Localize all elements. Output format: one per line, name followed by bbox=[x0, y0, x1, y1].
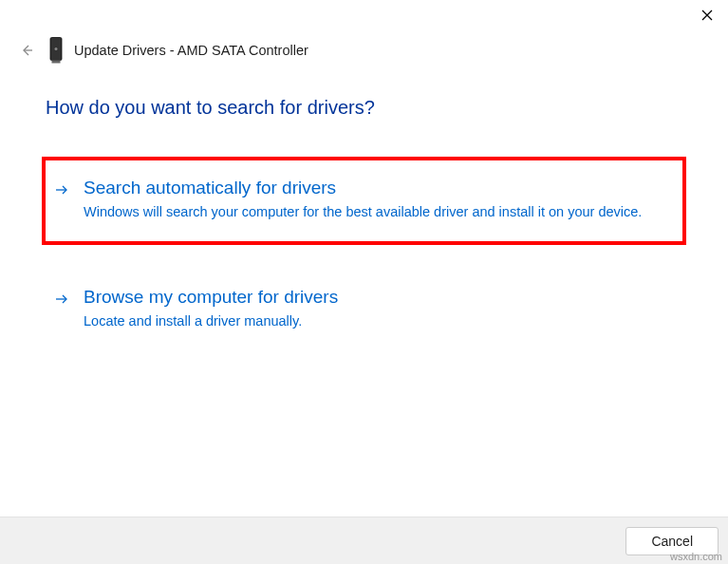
arrow-right-icon bbox=[55, 292, 68, 306]
option-title: Browse my computer for drivers bbox=[84, 287, 669, 308]
option-search-automatically[interactable]: Search automatically for drivers Windows… bbox=[42, 157, 686, 245]
option-description: Locate and install a driver manually. bbox=[84, 311, 669, 331]
page-question: How do you want to search for drivers? bbox=[46, 97, 682, 119]
header-row: Update Drivers - AMD SATA Controller bbox=[0, 30, 728, 70]
close-button[interactable] bbox=[700, 8, 715, 23]
svg-rect-4 bbox=[52, 61, 61, 64]
option-text-block: Browse my computer for drivers Locate an… bbox=[84, 287, 669, 331]
back-arrow-icon bbox=[20, 44, 33, 57]
arrow-right-icon bbox=[55, 183, 68, 197]
back-button[interactable] bbox=[19, 43, 34, 58]
option-browse-computer[interactable]: Browse my computer for drivers Locate an… bbox=[46, 270, 682, 350]
option-title: Search automatically for drivers bbox=[84, 178, 669, 198]
option-description: Windows will search your computer for th… bbox=[84, 202, 669, 222]
content-area: How do you want to search for drivers? S… bbox=[0, 70, 728, 517]
watermark: wsxdn.com bbox=[670, 551, 722, 562]
svg-point-5 bbox=[55, 47, 58, 50]
close-icon bbox=[701, 9, 713, 21]
dialog-window: Update Drivers - AMD SATA Controller How… bbox=[0, 0, 728, 564]
window-title: Update Drivers - AMD SATA Controller bbox=[74, 43, 308, 58]
device-icon bbox=[47, 40, 65, 61]
dialog-footer: Cancel bbox=[0, 517, 728, 564]
titlebar bbox=[0, 0, 728, 30]
option-text-block: Search automatically for drivers Windows… bbox=[84, 178, 669, 222]
